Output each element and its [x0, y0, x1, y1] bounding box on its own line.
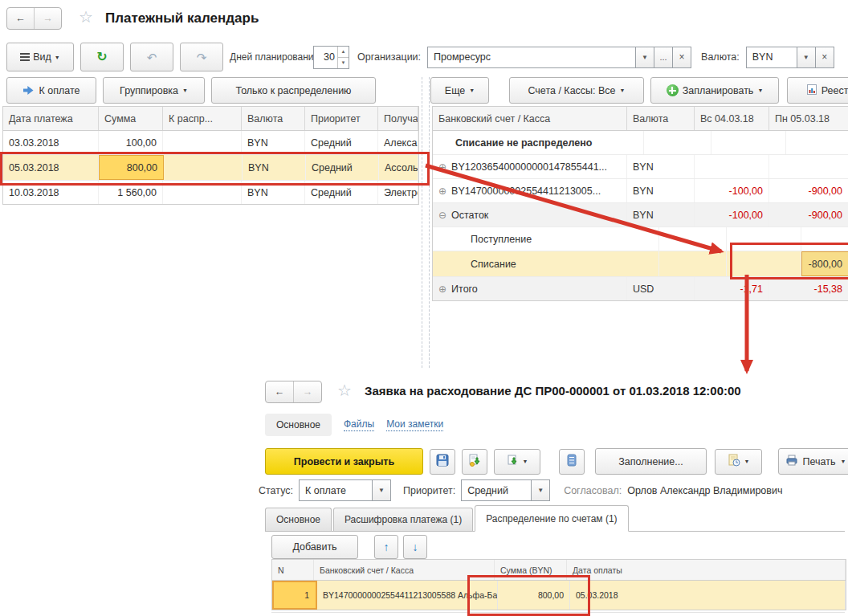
- priority-dropdown-button[interactable]: ▼: [532, 479, 550, 501]
- favorite-star-icon[interactable]: ☆: [79, 9, 93, 25]
- schedule-button[interactable]: Запланировать ▼: [650, 77, 779, 104]
- organization-browse-button[interactable]: ...: [654, 47, 673, 68]
- approved-by-label: Согласовал:: [564, 485, 622, 496]
- spin-up-button[interactable]: ▲: [338, 47, 349, 57]
- nav-tabs: Основное Файлы Мои заметки: [265, 414, 443, 436]
- col-header-currency[interactable]: Валюта: [627, 107, 695, 130]
- clear-icon: ×: [822, 51, 827, 63]
- grouping-button[interactable]: Группировка ▼: [103, 77, 205, 104]
- table-row-selected[interactable]: 1 BY14700000002554411213005588 Альфа-Бан…: [272, 581, 846, 610]
- move-up-button[interactable]: ↑: [374, 535, 398, 559]
- table-row[interactable]: ⊕BY14700000002554411213005... BYN -100,0…: [433, 179, 848, 203]
- save-button[interactable]: [430, 449, 455, 475]
- table-row-divider: [271, 612, 845, 613]
- forward-button[interactable]: →: [34, 8, 61, 29]
- status-input[interactable]: К оплате: [299, 479, 373, 501]
- arrow-up-icon: ↑: [384, 541, 389, 553]
- print-button[interactable]: Печать ▼: [778, 448, 848, 475]
- planning-days-value[interactable]: 30: [314, 47, 337, 68]
- organization-clear-button[interactable]: ×: [673, 47, 691, 68]
- forward-button[interactable]: →: [293, 381, 321, 402]
- expand-icon[interactable]: ⊕: [438, 186, 446, 197]
- organizations-label: Организации:: [357, 51, 421, 63]
- col-header-priority[interactable]: Приоритет: [305, 107, 378, 130]
- based-on-icon: [728, 454, 740, 469]
- create-based-on-button[interactable]: ▼: [715, 449, 762, 475]
- redo-button[interactable]: ↷: [180, 43, 223, 71]
- ellipsis-icon: ...: [659, 52, 667, 62]
- back-icon: ←: [275, 386, 285, 398]
- fill-button[interactable]: Заполнение...: [595, 448, 707, 475]
- to-pay-button[interactable]: К оплате: [6, 77, 96, 104]
- refresh-button[interactable]: ↻: [80, 43, 124, 71]
- col-header-currency[interactable]: Валюта: [242, 107, 305, 130]
- table-row[interactable]: ⊕BY120365400000000147855441... BYN: [433, 155, 848, 179]
- favorite-star-icon[interactable]: ☆: [337, 382, 352, 398]
- post-and-close-button[interactable]: Провести и закрыть: [265, 448, 423, 475]
- organization-dropdown-button[interactable]: ▼: [636, 47, 654, 68]
- move-down-button[interactable]: ↓: [403, 535, 427, 559]
- only-to-distribute-button[interactable]: Только к распределению: [211, 77, 376, 104]
- col-header-account[interactable]: Банковский счет / Касса: [433, 107, 627, 130]
- chevron-down-icon: ▼: [642, 54, 648, 61]
- back-button[interactable]: ←: [266, 381, 293, 402]
- status-dropdown-button[interactable]: ▼: [373, 479, 391, 501]
- chevron-down-icon: ▼: [757, 88, 763, 93]
- col-header-recipient[interactable]: Получатель ↓: [378, 107, 418, 130]
- chevron-down-icon: ▼: [182, 88, 188, 93]
- tab-doc-main[interactable]: Основное: [265, 508, 332, 531]
- priority-label: Приоритет:: [403, 485, 455, 496]
- table-row-subtotal[interactable]: ⊖Остаток BYN -100,00 -900,00: [433, 203, 848, 227]
- redo-icon: ↷: [197, 51, 207, 63]
- organization-input[interactable]: Промресурс: [427, 47, 636, 68]
- tab-files[interactable]: Файлы: [344, 418, 374, 430]
- table-row[interactable]: 10.03.2018 1 560,00 BYN Средний Электро: [3, 181, 418, 204]
- tab-distribution-by-accounts[interactable]: Распределение по счетам (1): [475, 505, 628, 532]
- forward-icon: →: [303, 386, 313, 398]
- expand-icon[interactable]: ⊕: [438, 161, 446, 173]
- priority-input[interactable]: Средний: [461, 479, 532, 501]
- add-button[interactable]: Добавить: [271, 535, 358, 559]
- tab-payment-breakdown[interactable]: Расшифровка платежа (1): [333, 508, 473, 531]
- view-button[interactable]: Вид ▼: [6, 43, 74, 71]
- table-row[interactable]: Поступление: [433, 227, 848, 251]
- table-row-group[interactable]: Списание не распределено: [433, 131, 848, 155]
- structure-button[interactable]: [559, 449, 585, 475]
- planning-days-spinner[interactable]: 30 ▲ ▼: [313, 46, 349, 69]
- table-row-total[interactable]: ⊕Итого USD -1,71 -15,38: [433, 277, 848, 300]
- col-header-day2[interactable]: Пн 05.03.18: [769, 107, 848, 130]
- post-arrow-icon: [507, 455, 519, 469]
- col-header-payment-date[interactable]: Дата платежа: [3, 107, 99, 130]
- col-header-to-distribute[interactable]: К распр...: [163, 107, 242, 130]
- panel-splitter[interactable]: [422, 77, 430, 368]
- tab-main[interactable]: Основное: [265, 414, 332, 436]
- col-header-account[interactable]: Банковский счет / Касса: [314, 560, 495, 580]
- spin-down-button[interactable]: ▼: [338, 57, 349, 68]
- currency-clear-button[interactable]: ×: [816, 47, 834, 68]
- col-header-day1[interactable]: Вс 04.03.18: [695, 107, 769, 130]
- collapse-icon[interactable]: ⊖: [438, 210, 446, 221]
- currency-dropdown-button[interactable]: ▼: [797, 47, 816, 68]
- col-header-n[interactable]: N: [272, 560, 314, 580]
- col-header-amount[interactable]: Сумма: [99, 107, 163, 130]
- table-row-selected[interactable]: 05.03.2018 800,00 BYN Средний Ассоль: [3, 155, 418, 181]
- more-button[interactable]: Еще ▼: [430, 77, 489, 104]
- currency-input[interactable]: BYN: [746, 47, 797, 68]
- expand-icon[interactable]: ⊕: [438, 284, 446, 295]
- table-row[interactable]: 03.03.2018 100,00 BYN Средний Александро…: [3, 131, 418, 155]
- back-button[interactable]: ←: [7, 8, 34, 29]
- save-icon: [436, 454, 449, 469]
- accounts-filter-button[interactable]: Счета / Кассы: Все ▼: [509, 77, 644, 104]
- selected-writeoff-cell[interactable]: -800,00: [801, 251, 848, 276]
- col-header-amount[interactable]: Сумма (BYN): [495, 560, 567, 580]
- history-nav: ← →: [265, 381, 322, 403]
- col-header-payment-date[interactable]: Дата оплаты: [567, 560, 846, 580]
- table-row-selected[interactable]: Списание -800,00: [433, 251, 848, 277]
- tab-notes[interactable]: Мои заметки: [386, 418, 443, 430]
- payment-registry-button[interactable]: Реестр платежей: [787, 77, 848, 104]
- post-dropdown-button[interactable]: ▼: [494, 449, 540, 475]
- undo-button[interactable]: ↶: [130, 43, 173, 71]
- post-button[interactable]: [462, 449, 487, 475]
- status-combo: К оплате ▼: [299, 479, 391, 501]
- selected-amount-cell[interactable]: 800,00: [99, 155, 164, 180]
